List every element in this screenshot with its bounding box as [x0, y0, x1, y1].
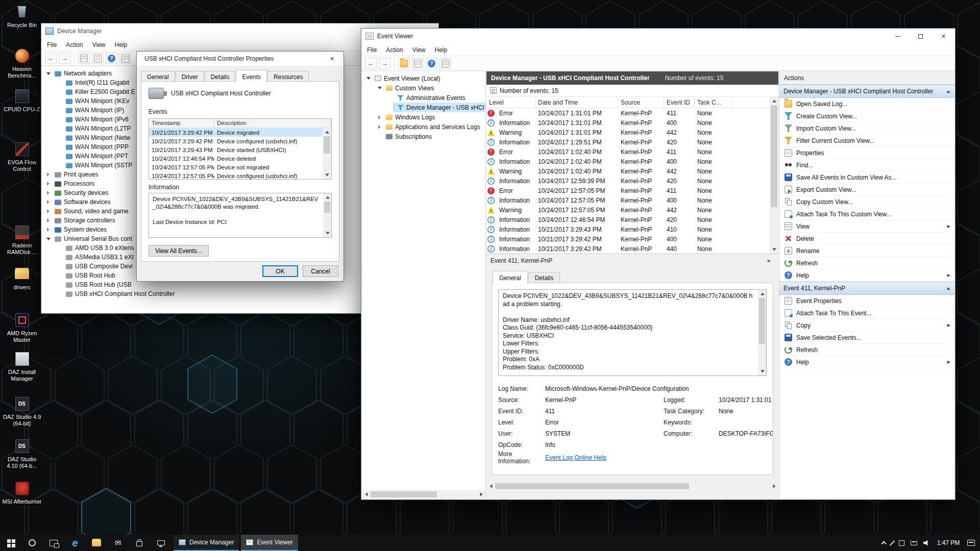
- desktop-icon[interactable]: DAZ Studio 4.9 (64-bit): [2, 395, 42, 427]
- menu-item[interactable]: Help: [430, 45, 452, 55]
- expander-icon[interactable]: [45, 209, 52, 213]
- details-tab[interactable]: General: [493, 271, 528, 284]
- minimize-button[interactable]: [886, 29, 909, 44]
- dialog-tab[interactable]: Events: [236, 70, 267, 83]
- event-row[interactable]: Error 10/24/2017 1:02:40 PM Kernel-PnP 4…: [486, 147, 770, 157]
- desktop-icon[interactable]: DAZ Install Manager: [2, 350, 42, 382]
- action-item[interactable]: Rename: [779, 245, 954, 257]
- desktop-icon[interactable]: EVGA Flow Control: [2, 140, 42, 172]
- search-button[interactable]: [21, 535, 43, 551]
- column-timestamp[interactable]: Timestamp: [149, 119, 214, 128]
- toolbar-console-icon[interactable]: [78, 53, 90, 64]
- console-tree-item[interactable]: Custom Views: [362, 83, 485, 93]
- desktop-icon[interactable]: drivers: [2, 265, 42, 291]
- mail-button[interactable]: ✉: [107, 535, 129, 551]
- collapse-icon[interactable]: [946, 88, 950, 93]
- action-item[interactable]: Attach Task To This Event...: [779, 307, 954, 319]
- expander-icon[interactable]: [45, 200, 52, 204]
- action-item[interactable]: Delete: [779, 233, 954, 245]
- vertical-scrollbar[interactable]: [770, 97, 778, 254]
- vertical-scrollbar[interactable]: [323, 128, 331, 179]
- event-history-row[interactable]: 10/24/2017 12:57:05 PM Device configured…: [149, 171, 331, 180]
- event-row[interactable]: Information 10/21/2017 3:29:43 PM Kernel…: [486, 224, 770, 234]
- desktop-icon[interactable]: Heaven Benchma...: [2, 47, 42, 79]
- scrollbar-thumb[interactable]: [771, 105, 777, 207]
- event-row[interactable]: Error 10/24/2017 1:31:01 PM Kernel-PnP 4…: [486, 108, 770, 118]
- desktop-icon[interactable]: Radeon RAMDisk ...: [2, 223, 42, 256]
- store-button[interactable]: [129, 535, 150, 551]
- taskbar-app-button[interactable]: Device Manager: [174, 535, 239, 551]
- toolbar-open-icon[interactable]: [398, 58, 410, 69]
- action-item[interactable]: Export Custom View...: [779, 184, 954, 196]
- desktop-icon[interactable]: DAZ Studio 4.10 (64-b...: [2, 437, 42, 469]
- start-button[interactable]: [0, 535, 21, 551]
- dialog-titlebar[interactable]: USB xHCI Compliant Host Controller Prope…: [137, 52, 344, 66]
- scroll-up-button[interactable]: [770, 97, 778, 105]
- expander-icon[interactable]: [45, 236, 52, 242]
- column-header[interactable]: Task C...: [695, 97, 731, 108]
- event-history-row[interactable]: 10/21/2017 3:29:42 PM Device configured …: [149, 137, 331, 145]
- column-header[interactable]: Date and Time: [535, 97, 618, 108]
- event-row[interactable]: Error 10/24/2017 12:57:05 PM Kernel-PnP …: [486, 186, 770, 195]
- toolbar-export-icon[interactable]: [439, 58, 451, 69]
- event-row[interactable]: Information 10/21/2017 3:29:42 PM Kernel…: [486, 244, 770, 254]
- toolbar-forward-button[interactable]: →: [379, 58, 390, 69]
- action-item[interactable]: Create Custom View...: [779, 110, 954, 122]
- taskbar-app-button[interactable]: Event Viewer: [241, 535, 298, 551]
- column-header[interactable]: Source: [618, 97, 664, 108]
- scroll-up-button[interactable]: [758, 290, 767, 298]
- event-history-row[interactable]: 10/24/2017 12:57:05 PM Device not migrat…: [149, 163, 331, 171]
- console-tree-item[interactable]: Applications and Services Logs: [362, 122, 485, 132]
- scrollbar-thumb[interactable]: [759, 298, 765, 344]
- menu-item[interactable]: View: [408, 45, 430, 55]
- expander-icon[interactable]: [376, 85, 383, 91]
- action-item[interactable]: Save All Events in Custom View As...: [779, 171, 954, 184]
- scroll-down-button[interactable]: [758, 367, 767, 375]
- scrollbar-thumb[interactable]: [371, 491, 437, 497]
- action-item[interactable]: Import Custom View...: [779, 122, 954, 135]
- console-tree-item[interactable]: Subscriptions: [362, 132, 485, 141]
- expander-icon[interactable]: [45, 182, 52, 186]
- column-header[interactable]: Level: [486, 97, 535, 108]
- desktop-icon[interactable]: CPUID CPU-Z: [2, 87, 42, 113]
- expander-icon[interactable]: [45, 191, 52, 195]
- scroll-left-button[interactable]: [486, 482, 495, 490]
- event-log-online-help-link[interactable]: Event Log Online Help: [545, 454, 606, 461]
- event-row[interactable]: Warning 10/24/2017 1:31:01 PM Kernel-PnP…: [486, 128, 770, 137]
- desktop-icon[interactable]: Recycle Bin: [2, 3, 42, 29]
- toolbar-scan-icon[interactable]: [119, 53, 131, 64]
- action-item[interactable]: Help ▶: [779, 269, 954, 282]
- expander-icon[interactable]: [45, 218, 52, 222]
- pinned-app-button[interactable]: [150, 535, 172, 551]
- file-explorer-button[interactable]: [86, 535, 107, 551]
- toolbar-help-button[interactable]: [106, 53, 117, 64]
- menu-item[interactable]: Help: [110, 40, 132, 50]
- actions-group-header-event[interactable]: Event 411, Kernel-PnP: [779, 282, 954, 295]
- scroll-down-button[interactable]: [770, 245, 778, 254]
- console-tree-item[interactable]: Event Viewer (Local): [362, 73, 485, 83]
- console-tree-item[interactable]: Administrative Events: [362, 93, 485, 103]
- scroll-right-button[interactable]: [477, 490, 485, 498]
- toolbar-back-button[interactable]: ←: [45, 53, 57, 64]
- action-item[interactable]: Attach Task To This Custom View...: [779, 208, 954, 220]
- toolbar-help-button[interactable]: [426, 58, 437, 69]
- event-row[interactable]: Information 10/24/2017 1:29:51 PM Kernel…: [486, 137, 770, 147]
- scrollbar-thumb[interactable]: [324, 202, 330, 213]
- action-item[interactable]: Refresh: [779, 344, 954, 356]
- expander-icon[interactable]: [45, 70, 52, 77]
- menu-item[interactable]: File: [42, 40, 61, 50]
- expander-icon[interactable]: [376, 115, 383, 119]
- action-item[interactable]: Open Saved Log...: [779, 98, 954, 110]
- event-history-row[interactable]: 10/24/2017 12:46:54 PM Device deleted: [149, 154, 331, 163]
- event-history-row[interactable]: 10/21/2017 3:29:42 PM Device migrated: [149, 128, 331, 137]
- event-row[interactable]: Information 10/24/2017 1:31:01 PM Kernel…: [486, 118, 770, 128]
- expander-icon[interactable]: [45, 172, 52, 177]
- event-row[interactable]: Information 10/21/2017 3:29:42 PM Kernel…: [486, 234, 770, 244]
- menu-item[interactable]: Action: [61, 40, 87, 50]
- expander-icon[interactable]: [365, 75, 372, 82]
- volume-icon[interactable]: [923, 540, 929, 546]
- action-item[interactable]: Copy ▶: [779, 319, 954, 332]
- column-description[interactable]: Description: [214, 119, 331, 128]
- expander-icon[interactable]: [376, 125, 383, 129]
- action-item[interactable]: Find...: [779, 159, 954, 171]
